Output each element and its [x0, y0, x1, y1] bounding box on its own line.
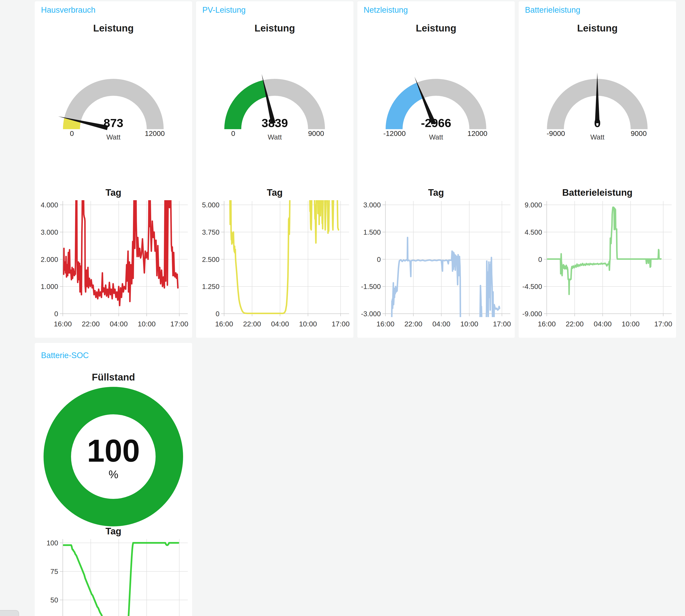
chart-title: Tag	[196, 187, 353, 198]
svg-text:17:00: 17:00	[493, 320, 511, 328]
card-hausverbrauch: Hausverbrauch Leistung 873 0 12000 Watt …	[35, 1, 192, 338]
donut-unit-label: %	[35, 468, 192, 481]
gauge-unit-label: Watt	[35, 133, 192, 141]
svg-text:3.000: 3.000	[41, 228, 58, 236]
svg-text:0: 0	[216, 310, 219, 318]
svg-text:1.000: 1.000	[41, 283, 58, 290]
svg-text:1.500: 1.500	[363, 228, 381, 236]
svg-text:22:00: 22:00	[566, 320, 584, 328]
svg-text:17:00: 17:00	[332, 320, 350, 328]
day-line-chart[interactable]: 16:0022:0004:0010:0017:003.0001.5000-1.5…	[357, 199, 515, 335]
svg-text:3.000: 3.000	[363, 201, 381, 209]
gauge-value: 0	[518, 116, 676, 130]
svg-text:22:00: 22:00	[243, 320, 261, 328]
svg-text:17:00: 17:00	[654, 320, 672, 328]
overflow-corner-tab[interactable]	[0, 610, 19, 616]
chart-title: Tag	[35, 187, 192, 198]
svg-text:9.000: 9.000	[525, 201, 542, 209]
donut-value: 100	[35, 434, 192, 468]
svg-text:10:00: 10:00	[138, 320, 156, 328]
svg-text:16:00: 16:00	[54, 320, 72, 328]
gauge-heading: Leistung	[196, 22, 353, 34]
svg-text:-3.000: -3.000	[361, 310, 381, 318]
svg-text:3.750: 3.750	[202, 228, 219, 236]
svg-text:50: 50	[50, 596, 58, 604]
svg-text:10:00: 10:00	[299, 320, 317, 328]
card-batterie-soc: Batterie-SOC Füllstand 100 % Tag 16:0022…	[35, 343, 192, 616]
gauge-value: -2966	[357, 116, 515, 130]
gauge-value: 873	[35, 116, 192, 130]
day-line-chart[interactable]: 16:0022:0004:0010:0017:004.0003.0002.000…	[35, 199, 192, 335]
gauge-value: 3839	[196, 116, 353, 130]
card-netzleistung: Netzleistung Leistung -2966 -12000 12000…	[357, 1, 515, 338]
svg-text:04:00: 04:00	[432, 320, 450, 328]
svg-text:04:00: 04:00	[271, 320, 289, 328]
card-title: Netzleistung	[363, 5, 508, 15]
gauge-heading: Leistung	[357, 22, 515, 34]
svg-text:10:00: 10:00	[460, 320, 478, 328]
svg-text:1.250: 1.250	[202, 283, 219, 290]
svg-text:100: 100	[46, 539, 58, 547]
svg-text:-9.000: -9.000	[522, 310, 542, 318]
svg-text:2.500: 2.500	[202, 256, 219, 263]
svg-text:0: 0	[54, 310, 58, 318]
svg-text:0: 0	[538, 256, 542, 263]
svg-text:16:00: 16:00	[538, 320, 556, 328]
svg-text:2.000: 2.000	[41, 256, 58, 263]
gauge-unit-label: Watt	[518, 133, 676, 141]
energy-dashboard: { "theme":{ "page_bg":"#f4f5f5","card_bg…	[0, 0, 685, 616]
day-line-chart[interactable]: 16:0022:0004:0010:0017:009.0004.5000-4.5…	[518, 199, 676, 335]
svg-text:0: 0	[377, 256, 381, 263]
card-title: Batterie-SOC	[41, 351, 186, 360]
donut-heading: Füllstand	[35, 371, 192, 383]
svg-text:75: 75	[50, 568, 58, 575]
gauge-heading: Leistung	[518, 22, 676, 34]
svg-text:-1.500: -1.500	[361, 283, 381, 290]
day-line-chart[interactable]: 16:0022:0004:0010:0017:00100755025	[35, 537, 192, 616]
chart-title: Batterieleistung	[518, 187, 676, 198]
svg-text:17:00: 17:00	[170, 320, 188, 328]
gauge-unit-label: Watt	[357, 133, 515, 141]
card-pv-leistung: PV-Leistung Leistung 3839 0 9000 Watt Ta…	[196, 1, 353, 338]
day-line-chart[interactable]: 16:0022:0004:0010:0017:005.0003.7502.500…	[196, 199, 353, 335]
card-batterieleistung: Batterieleistung Leistung 0 -9000 9000 W…	[518, 1, 676, 338]
svg-text:10:00: 10:00	[622, 320, 640, 328]
svg-text:4.500: 4.500	[525, 228, 542, 236]
svg-text:22:00: 22:00	[82, 320, 100, 328]
svg-text:22:00: 22:00	[404, 320, 422, 328]
svg-text:4.000: 4.000	[41, 201, 58, 209]
svg-text:5.000: 5.000	[202, 201, 219, 209]
chart-title: Tag	[35, 526, 192, 536]
card-title: Hausverbrauch	[41, 5, 186, 15]
svg-text:-4.500: -4.500	[522, 283, 542, 290]
chart-title: Tag	[357, 187, 515, 198]
card-title: Batterieleistung	[525, 5, 670, 15]
svg-text:16:00: 16:00	[215, 320, 233, 328]
svg-text:16:00: 16:00	[376, 320, 394, 328]
svg-text:04:00: 04:00	[594, 320, 612, 328]
gauge-unit-label: Watt	[196, 133, 353, 141]
svg-text:04:00: 04:00	[110, 320, 128, 328]
gauge-heading: Leistung	[35, 22, 192, 34]
card-title: PV-Leistung	[202, 5, 347, 15]
